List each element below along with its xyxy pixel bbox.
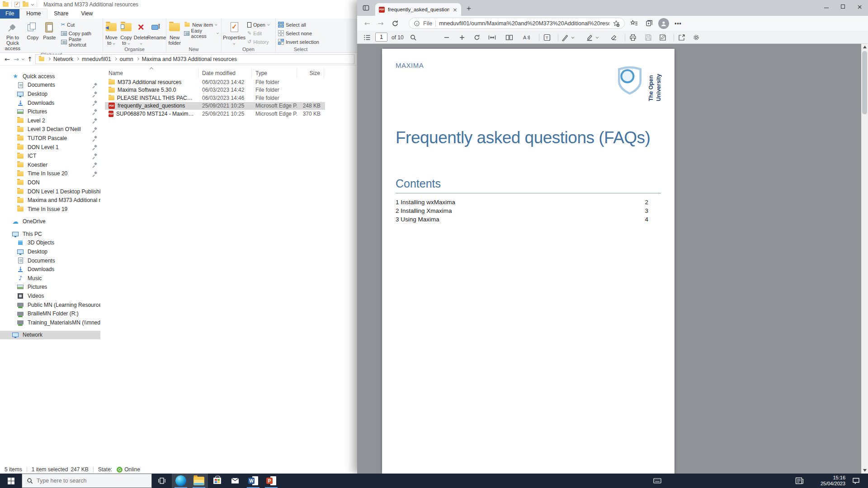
taskbar-search[interactable] bbox=[22, 474, 152, 488]
qat-customize-chevron-icon[interactable] bbox=[31, 2, 34, 5]
sidebar-item-folder[interactable]: TUTOR Pascale bbox=[0, 134, 100, 143]
copy-button[interactable]: Copy bbox=[24, 20, 41, 40]
sidebar-item-folder[interactable]: Level 3 Declan O'Neill bbox=[0, 125, 100, 134]
move-to-button[interactable]: ◀ Move to bbox=[104, 20, 119, 46]
scrollbar-thumb[interactable] bbox=[862, 51, 867, 114]
column-header-size[interactable]: Size bbox=[297, 68, 324, 78]
save-icon[interactable] bbox=[645, 33, 652, 42]
sidebar-item-downloads[interactable]: ↓Downloads bbox=[0, 265, 100, 274]
search-input[interactable] bbox=[37, 478, 136, 484]
qat-new-folder-icon[interactable] bbox=[23, 2, 28, 7]
zoom-out-icon[interactable] bbox=[443, 33, 450, 42]
new-folder-button[interactable]: New folder bbox=[167, 20, 182, 46]
touch-keyboard-tray-icon[interactable] bbox=[649, 474, 665, 488]
column-header-date-modified[interactable]: Date modified bbox=[198, 68, 252, 78]
sidebar-item-folder[interactable]: DON Level 1 bbox=[0, 143, 100, 152]
breadcrumb-server[interactable]: mneduvfil01 bbox=[82, 56, 111, 62]
tab-file[interactable]: File bbox=[0, 9, 19, 19]
back-button[interactable]: ← bbox=[362, 19, 373, 28]
sidebar-item-folder[interactable]: Maxima and M373 Additional resources bbox=[0, 196, 100, 205]
minimize-button[interactable] bbox=[818, 0, 835, 13]
add-favorite-icon[interactable] bbox=[613, 20, 620, 27]
breadcrumb-folder[interactable]: Maxima and M373 Additional resources bbox=[142, 56, 237, 62]
sidebar-item-desktop[interactable]: Desktop bbox=[0, 89, 100, 99]
file-row[interactable]: PLEASE INSTALL THIS PACKAGE 06/03/2023 1… bbox=[105, 94, 325, 102]
close-button[interactable]: × bbox=[851, 0, 868, 13]
select-none-button[interactable]: Select none bbox=[277, 29, 321, 37]
sidebar-item-folder[interactable]: Time In Issue 19 bbox=[0, 205, 100, 214]
sidebar-onedrive[interactable]: ☁OneDrive bbox=[0, 217, 100, 226]
start-button[interactable] bbox=[0, 474, 22, 488]
sidebar-item-drive-t[interactable]: Training_MaterialsMN (\\mneduvfil01) (T bbox=[0, 318, 100, 327]
add-text-icon[interactable]: T bbox=[543, 33, 551, 42]
sidebar-item-drive-r[interactable]: BrailleMN Folder (R:) bbox=[0, 309, 100, 318]
sidebar-item-desktop[interactable]: Desktop bbox=[0, 247, 100, 256]
cut-button[interactable]: ✂ Cut bbox=[60, 21, 102, 28]
up-button[interactable]: ↑ bbox=[26, 56, 33, 63]
tab-close-icon[interactable]: × bbox=[453, 6, 458, 13]
sidebar-item-folder[interactable]: Koestler bbox=[0, 160, 100, 169]
new-item-button[interactable]: New item bbox=[183, 21, 220, 28]
sidebar-item-pictures[interactable]: Pictures bbox=[0, 107, 100, 116]
sidebar-item-folder[interactable]: Time In Issue 20 bbox=[0, 169, 100, 178]
erase-icon[interactable] bbox=[610, 33, 618, 42]
sidebar-item-folder[interactable]: DON Level 1 Desktop Publishing bbox=[0, 187, 100, 196]
sidebar-item-folder[interactable]: DON bbox=[0, 178, 100, 187]
sidebar-item-documents[interactable]: Documents bbox=[0, 81, 100, 90]
breadcrumb-share[interactable]: oumn bbox=[120, 56, 133, 62]
sidebar-quick-access[interactable]: ★ Quick access bbox=[0, 72, 100, 81]
open-button[interactable]: Open bbox=[246, 21, 271, 28]
copy-path-button[interactable]: Copy path bbox=[60, 29, 102, 37]
scroll-down-arrow-icon[interactable] bbox=[863, 469, 867, 472]
action-center-button[interactable] bbox=[847, 474, 864, 488]
sidebar-this-pc[interactable]: This PC bbox=[0, 230, 100, 239]
edit-button[interactable]: ✎ Edit bbox=[246, 29, 271, 37]
copy-to-button[interactable]: Copy to bbox=[119, 20, 134, 46]
expand-icon[interactable] bbox=[678, 33, 685, 42]
qat-properties-icon[interactable] bbox=[14, 2, 20, 7]
delete-button[interactable]: × Delete bbox=[133, 20, 148, 46]
news-widget-button[interactable] bbox=[790, 474, 808, 488]
rotate-icon[interactable] bbox=[473, 33, 481, 42]
taskbar-file-explorer-button[interactable] bbox=[190, 474, 208, 488]
sidebar-item-videos[interactable]: Videos bbox=[0, 291, 100, 300]
easy-access-button[interactable]: Easy access bbox=[183, 29, 220, 37]
taskbar-clock[interactable]: 15:16 25/04/2023 bbox=[809, 475, 845, 487]
highlight-icon[interactable] bbox=[586, 33, 593, 42]
pin-to-quick-access-button[interactable]: Pin to Quick access bbox=[1, 20, 24, 51]
file-row[interactable]: SUP068870 MST124 - Maxima Install Instr.… bbox=[105, 110, 325, 118]
forward-button[interactable]: → bbox=[13, 56, 20, 63]
settings-menu-icon[interactable]: ••• bbox=[672, 20, 684, 27]
tab-actions-icon[interactable] bbox=[363, 5, 369, 11]
rename-button[interactable]: Rename bbox=[148, 20, 165, 40]
taskbar-store-button[interactable] bbox=[208, 474, 226, 488]
file-row[interactable]: M373 Additional resources 06/03/2023 14:… bbox=[105, 78, 325, 86]
sidebar-item-folder[interactable]: ICT bbox=[0, 151, 100, 160]
pdf-scrollbar[interactable] bbox=[861, 44, 868, 474]
sidebar-network[interactable]: Network bbox=[0, 331, 100, 340]
collections-icon[interactable] bbox=[643, 19, 656, 27]
column-header-type[interactable]: Type bbox=[252, 68, 297, 78]
zoom-in-icon[interactable] bbox=[458, 33, 466, 42]
page-number-input[interactable] bbox=[375, 33, 387, 42]
sidebar-item-folder[interactable]: Level 2 bbox=[0, 116, 100, 125]
paste-button[interactable]: Paste bbox=[41, 20, 58, 40]
breadcrumb-network[interactable]: Network bbox=[53, 56, 73, 62]
browser-tab[interactable]: frequently_asked_questions.pdf × bbox=[375, 3, 461, 16]
toc-icon[interactable] bbox=[363, 33, 371, 42]
sidebar-item-documents[interactable]: Documents bbox=[0, 256, 100, 265]
page-view-icon[interactable] bbox=[505, 33, 513, 42]
breadcrumb[interactable]: Network mneduvfil01 oumn Maxima and M373… bbox=[35, 54, 354, 64]
sidebar-item-drive-p[interactable]: Public MN (Learning Resources) (P:) bbox=[0, 300, 100, 310]
highlight-dropdown-chevron-icon[interactable] bbox=[596, 33, 599, 42]
tab-home[interactable]: Home bbox=[19, 9, 47, 19]
pdf-settings-gear-icon[interactable] bbox=[693, 33, 700, 42]
invert-selection-button[interactable]: Invert selection bbox=[277, 38, 321, 46]
scroll-up-arrow-icon[interactable] bbox=[863, 46, 867, 48]
paste-shortcut-button[interactable]: Paste shortcut bbox=[60, 38, 102, 46]
back-button[interactable]: ← bbox=[4, 56, 11, 63]
select-all-button[interactable]: Select all bbox=[277, 21, 321, 28]
profile-avatar[interactable] bbox=[658, 18, 669, 29]
draw-pen-icon[interactable] bbox=[561, 33, 569, 42]
properties-button[interactable]: Properties bbox=[222, 20, 246, 46]
